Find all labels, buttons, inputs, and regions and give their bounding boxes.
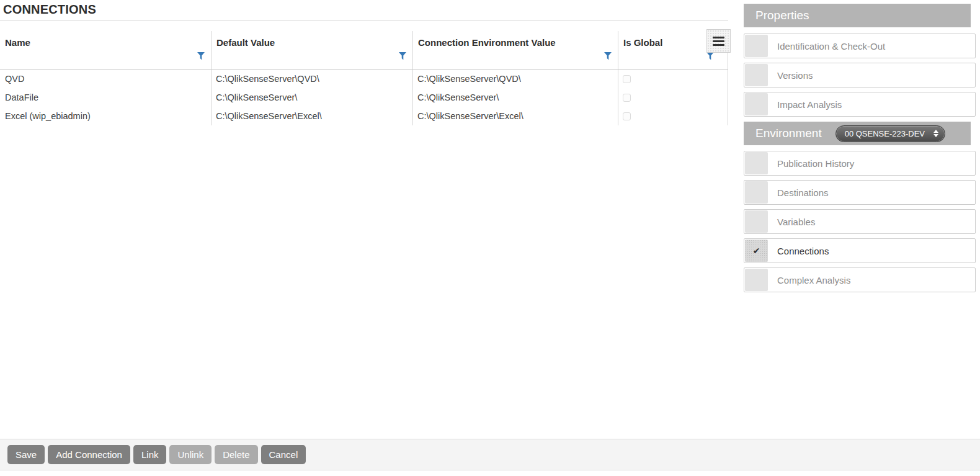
sidebar-item-destinations[interactable]: Destinations (744, 180, 976, 205)
filter-icon[interactable] (197, 52, 205, 63)
cell-default-value: C:\QlikSenseServer\Excel\ (212, 107, 413, 125)
cancel-button[interactable]: Cancel (261, 445, 306, 464)
item-check-box (745, 64, 768, 86)
unlink-button[interactable]: Unlink (169, 445, 212, 464)
column-header-default-value: Default Value (212, 31, 413, 69)
cell-connection-environment-value: C:\QlikSenseServer\QVD\ (413, 70, 618, 88)
sidebar-item-label: Publication History (777, 158, 854, 169)
sidebar-item-complex-analysis[interactable]: Complex Analysis (744, 267, 976, 292)
item-check-box (745, 269, 768, 291)
cell-default-value: C:\QlikSenseServer\QVD\ (212, 70, 413, 88)
cell-is-global (618, 107, 728, 125)
is-global-checkbox[interactable] (623, 75, 631, 83)
cell-is-global (618, 88, 728, 107)
column-label: Name (0, 31, 211, 48)
select-spinner-icon (933, 130, 938, 137)
cell-connection-environment-value: C:\QlikSenseServer\ (413, 88, 618, 107)
item-check-box (745, 152, 768, 174)
sidebar-item-label: Destinations (777, 187, 829, 198)
table-row[interactable]: DataFile C:\QlikSenseServer\ C:\QlikSens… (0, 88, 728, 107)
sidebar-item-identification-check-out[interactable]: Identification & Check-Out (744, 34, 976, 58)
environment-header-label: Environment (755, 127, 822, 140)
environment-selected-value: 00 QSENSE-223-DEV (845, 129, 925, 138)
save-button[interactable]: Save (7, 445, 45, 464)
page-title: CONNECTIONS (3, 2, 96, 17)
column-label: Default Value (212, 31, 412, 48)
filter-icon[interactable] (604, 52, 612, 63)
filter-icon[interactable] (706, 52, 714, 63)
cell-name: Excel (wip_ebiadmin) (0, 107, 212, 125)
environment-header: Environment 00 QSENSE-223-DEV (744, 122, 971, 145)
table-row[interactable]: Excel (wip_ebiadmin) C:\QlikSenseServer\… (0, 107, 728, 125)
cell-is-global (618, 70, 728, 88)
cell-name: DataFile (0, 88, 212, 107)
properties-sidebar: Properties Identification & Check-Out Ve… (744, 4, 978, 297)
sidebar-item-label: Variables (777, 217, 815, 227)
cell-name: QVD (0, 70, 212, 88)
sidebar-item-publication-history[interactable]: Publication History (744, 151, 976, 176)
item-check-box (745, 240, 768, 262)
column-label: Connection Environment Value (413, 31, 618, 48)
column-menu-button[interactable] (706, 29, 731, 53)
item-check-box (745, 35, 768, 57)
is-global-checkbox[interactable] (623, 94, 631, 102)
is-global-checkbox[interactable] (623, 112, 631, 120)
connections-table: Name Default Value Connection Environmen… (0, 31, 728, 125)
delete-button[interactable]: Delete (215, 445, 257, 464)
sidebar-item-label: Versions (777, 70, 813, 81)
link-button[interactable]: Link (133, 445, 167, 464)
sidebar-item-label: Complex Analysis (777, 275, 850, 285)
environment-select[interactable]: 00 QSENSE-223-DEV (835, 125, 945, 142)
sidebar-item-label: Identification & Check-Out (777, 41, 885, 52)
sidebar-item-impact-analysis[interactable]: Impact Analysis (744, 92, 976, 117)
add-connection-button[interactable]: Add Connection (48, 445, 130, 464)
column-header-connection-environment-value: Connection Environment Value (413, 31, 618, 69)
sidebar-item-label: Connections (777, 246, 829, 256)
sidebar-item-variables[interactable]: Variables (744, 209, 976, 234)
sidebar-item-versions[interactable]: Versions (744, 63, 976, 88)
cell-default-value: C:\QlikSenseServer\ (212, 88, 413, 107)
sidebar-item-connections[interactable]: Connections (744, 238, 976, 263)
title-divider (0, 20, 728, 21)
filter-icon[interactable] (399, 52, 406, 63)
item-check-box (745, 93, 768, 115)
item-check-box (745, 210, 768, 233)
table-header-row: Name Default Value Connection Environmen… (0, 31, 728, 70)
action-bar: Save Add Connection Link Unlink Delete C… (0, 439, 980, 470)
table-row[interactable]: QVD C:\QlikSenseServer\QVD\ C:\QlikSense… (0, 70, 728, 88)
sidebar-item-label: Impact Analysis (777, 99, 842, 110)
properties-header: Properties (744, 4, 971, 27)
item-check-box (745, 181, 768, 204)
table-body: QVD C:\QlikSenseServer\QVD\ C:\QlikSense… (0, 70, 728, 125)
column-header-name: Name (0, 31, 212, 69)
cell-connection-environment-value: C:\QlikSenseServer\Excel\ (413, 107, 618, 125)
hamburger-icon (713, 37, 724, 38)
